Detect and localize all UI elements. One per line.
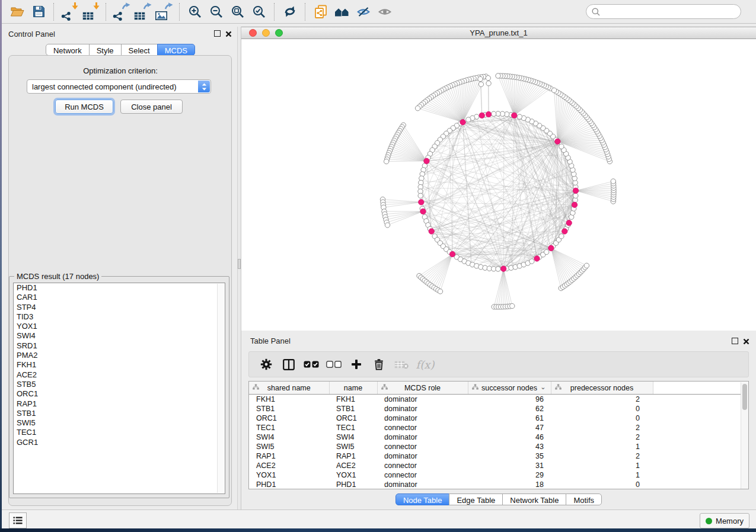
refresh-icon[interactable] [279,2,301,22]
tab-select[interactable]: Select [121,44,158,56]
mcds-result-item[interactable]: FKH1 [14,360,225,370]
network-canvas[interactable] [241,39,756,331]
mcds-result-item[interactable]: SRD1 [14,341,225,351]
mcds-result-item[interactable]: TEC1 [14,428,225,437]
mcds-result-item[interactable]: STB5 [14,380,225,389]
tab-network[interactable]: Network [46,44,90,56]
table-cell: dominator [377,480,468,489]
table-row[interactable]: TEC1TEC1connector472 [249,423,748,432]
table-row[interactable]: PHD1PHD1dominator180 [249,480,748,489]
control-panel-float-icon[interactable] [214,30,221,37]
first-neighbors-icon[interactable] [331,2,353,22]
mcds-result-item[interactable]: ACE2 [14,370,225,380]
close-panel-button[interactable]: Close panel [120,100,183,114]
splitter-grip[interactable] [238,259,241,269]
zoom-in-icon[interactable] [184,2,206,22]
tab-mcds[interactable]: MCDS [157,44,195,56]
mcds-result-item[interactable]: RAP1 [14,399,225,409]
table-row[interactable]: RAP1RAP1dominator352 [249,451,748,461]
column-header-successor-nodes[interactable]: successor nodes⌄ [468,382,551,395]
run-mcds-button[interactable]: Run MCDS [55,100,113,114]
vertical-splitter[interactable] [237,27,241,509]
table-cell: STB1 [249,404,329,414]
window-minimize-icon[interactable] [262,29,270,37]
import-table-icon[interactable] [80,2,101,22]
search-input[interactable] [603,7,733,17]
table-row[interactable]: ORC1ORC1dominator610 [249,414,748,423]
mcds-result-item[interactable]: STP4 [14,303,225,312]
zoom-selected-icon[interactable] [248,2,270,22]
duplicate-network-icon[interactable] [310,2,331,22]
save-session-icon[interactable] [28,2,49,22]
mcds-result-item[interactable]: SWI5 [14,418,225,428]
mcds-result-item[interactable]: GCR1 [14,438,225,447]
table-row[interactable]: SWI5SWI5connector431 [249,442,748,451]
node-table[interactable]: shared namenameMCDS rolesuccessor nodes⌄… [248,381,749,489]
column-header-MCDS-role[interactable]: MCDS role [377,382,468,395]
table-row[interactable]: FKH1FKH1dominator962 [249,395,748,405]
hide-selected-icon[interactable] [353,2,374,22]
delete-column-icon[interactable] [368,354,390,375]
add-column-icon[interactable] [345,354,368,375]
table-cell: connector [377,461,468,470]
tab-motifs[interactable]: Motifs [566,493,602,505]
table-cell: FKH1 [329,395,377,405]
table-row[interactable]: STB1STB1dominator620 [249,404,748,414]
zoom-out-icon[interactable] [206,2,227,22]
table-cell: 2 [551,451,653,461]
mcds-result-item[interactable]: TID3 [14,312,225,322]
zoom-fit-icon[interactable] [227,2,248,22]
show-all-icon[interactable] [374,2,395,22]
table-row[interactable]: YOX1YOX1connector291 [249,470,748,480]
mcds-result-item[interactable]: ORC1 [14,389,225,399]
mcds-result-list[interactable]: PHD1CAR1STP4TID3YOX1SWI4SRD1PMA2FKH1ACE2… [13,283,225,494]
table-options-icon[interactable] [255,354,277,375]
tab-edge-table[interactable]: Edge Table [449,493,503,505]
table-cell: 46 [468,432,551,442]
tab-node-table[interactable]: Node Table [395,493,450,505]
table-cell: RAP1 [249,451,329,461]
import-network-icon[interactable] [59,2,80,22]
search-field[interactable] [586,4,741,19]
show-columns-icon[interactable] [277,354,300,375]
export-table-icon[interactable] [132,2,154,22]
table-cell: 0 [551,404,653,414]
mcds-result-item[interactable]: CAR1 [14,293,225,302]
task-history-button[interactable] [9,512,27,528]
control-panel-close-icon[interactable] [225,29,232,40]
table-scrollbar-thumb[interactable] [742,384,747,410]
select-all-columns-icon[interactable] [300,354,323,375]
table-scrollbar[interactable] [741,382,748,489]
mcds-result-item[interactable]: PHD1 [14,283,225,293]
table-panel-float-icon[interactable] [732,338,738,344]
network-window-titlebar[interactable]: YPA_prune.txt_1 [241,27,756,39]
mcds-list-scrollbar[interactable] [217,284,224,493]
column-header-shared-name[interactable]: shared name [249,382,329,395]
table-cell-filler [653,442,748,451]
table-cell-filler [653,423,748,432]
window-zoom-icon[interactable] [275,29,283,37]
criterion-dropdown[interactable]: largest connected component (undirected) [27,79,211,94]
network-graph[interactable] [241,39,756,331]
table-row[interactable]: SWI4SWI4dominator462 [249,432,748,442]
table-cell-filler [653,470,748,480]
table-panel-close-icon[interactable] [743,336,749,347]
table-row[interactable]: ACE2ACE2connector311 [249,461,748,470]
mcds-result-item[interactable]: SWI4 [14,331,225,341]
mcds-result-item[interactable]: PMA2 [14,351,225,360]
window-close-icon[interactable] [249,29,257,37]
export-image-icon[interactable] [154,2,175,22]
delete-table-icon[interactable] [390,354,413,375]
memory-button[interactable]: Memory [700,513,749,528]
mcds-result-item[interactable]: YOX1 [14,322,225,331]
tab-style[interactable]: Style [89,44,122,56]
tab-network-table[interactable]: Network Table [502,493,566,505]
column-header-name[interactable]: name [329,382,377,395]
function-builder-icon[interactable]: f(x) [413,354,435,375]
open-file-icon[interactable] [7,2,28,22]
table-cell: 0 [551,414,653,423]
export-network-icon[interactable] [111,2,132,22]
unselect-all-columns-icon[interactable] [323,354,345,375]
mcds-result-item[interactable]: STB1 [14,409,225,418]
column-header-predecessor-nodes[interactable]: predecessor nodes [551,382,653,395]
